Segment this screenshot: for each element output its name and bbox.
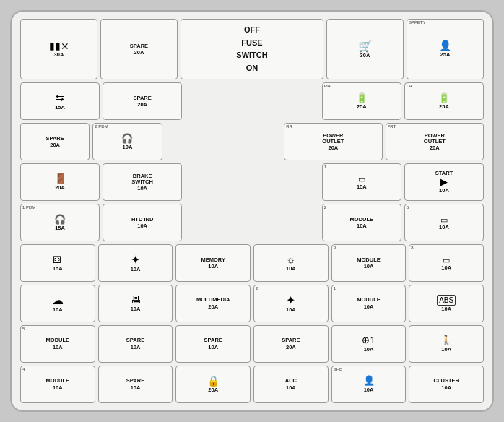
fuse-multimedia-20a: MULTIMEDIA 20A [175, 285, 251, 322]
fuse-switch-off: OFF [244, 24, 260, 37]
fuse-door-20a: 🚪 20A [20, 163, 100, 201]
monitor-icon: 🖶 [131, 295, 141, 306]
fuse-memory-10a: MEMORY 10A [175, 244, 251, 282]
box1-icon: ▭ [358, 175, 365, 184]
fuse-at1-10a: ⊕1 10A [331, 325, 407, 363]
fuse-spare-10a-2: SPARE 10A [175, 325, 251, 363]
fuse-module4-10a: 4 MODULE 10A [20, 366, 95, 403]
pdm2-icon: 🎧 [121, 134, 133, 144]
box3-icon: ▭ [443, 256, 450, 264]
fuse-start-10a: START ▶ 10A [404, 163, 484, 201]
person-icon: 🚶 [440, 335, 452, 345]
fuse-panel: ▮▮⨯ 30A SPARE 20A OFF FUSESWITCH ON 🛒 30… [10, 10, 494, 412]
fuse-row-5: 1 PDM 🎧 15A HTD IND 10A 2 MODULE 10A 5 ▭… [20, 204, 484, 241]
fuse-fan-10a: ✦ 10A [98, 244, 173, 282]
fuse-cluster-10a: CLUSTER 10A [409, 366, 484, 403]
fuse-htd-ind-10a: HTD IND 10A [103, 204, 182, 241]
fuse-lh-25a: LH 🔋 25A [404, 82, 484, 120]
fuse-fan2-10a: 2 ✦ 10A [253, 285, 329, 322]
fuse-row-9: 4 MODULE 10A SPARE 15A 🔒 20A ACC 10A SHD… [20, 366, 484, 403]
fuse-sun-10a: ☁ 10A [20, 285, 95, 322]
fuse-switch-box: OFF FUSESWITCH ON [181, 19, 323, 79]
wiper-icon: ⛋ [53, 254, 63, 265]
fuse-rh-25a: RH 🔋 25A [322, 82, 401, 120]
fuse-box1-15a: 1 ▭ 15A [322, 163, 401, 201]
fuse-pdm1-15a: 1 PDM 🎧 15A [20, 204, 100, 241]
fuse-module2-10a: 2 MODULE 10A [322, 204, 401, 241]
abs-icon: ABS [437, 295, 456, 306]
fuse-power-outlet-frt-20a: FRT POWEROUTLET 20A [386, 123, 484, 160]
fuse-row-8: 5 MODULE 10A SPARE 10A SPARE 10A SPARE 2… [20, 325, 484, 363]
fuse-spare-15a: SPARE 15A [98, 366, 173, 403]
fuse-row-3: SPARE 20A 2 PDM 🎧 10A RR POWEROUTLET 20A… [20, 123, 484, 160]
fuse-power-outlet-rr-20a: RR POWEROUTLET 20A [284, 123, 382, 160]
fuse-module3-10a: 3 MODULE 10A [331, 244, 407, 282]
battery-rh-icon: 🔋 [356, 93, 368, 103]
fuse-row-1: ▮▮⨯ 30A SPARE 20A OFF FUSESWITCH ON 🛒 30… [20, 19, 484, 79]
fuse-acc-10a: ACC 10A [253, 366, 329, 403]
fuse-brake-switch-10a: BRAKESWITCH 10A [103, 163, 182, 201]
fuse-cart-30a: 🛒 30A [326, 19, 404, 79]
fuse-person2-10a: SHD 👤 10A [331, 366, 407, 403]
fuse-spare-10a-1: SPARE 10A [98, 325, 173, 363]
person2-icon: 👤 [363, 376, 375, 386]
fuse-person-10a: 🚶 10A [409, 325, 484, 363]
fuse-seat-heat-30a: ▮▮⨯ 30A [20, 19, 97, 79]
fuse-spare-20a-2: SPARE 20A [103, 82, 182, 120]
fuse-box2-10a: 5 ▭ 10A [404, 204, 484, 241]
fuse-arrows-15a: ⇆ 15A [20, 82, 100, 120]
at1-icon: ⊕1 [362, 335, 375, 345]
fuse-box3-10a: 8 ▭ 10A [409, 244, 484, 282]
seat-heat-icon: ▮▮⨯ [49, 40, 69, 51]
fuse-abs-10a: ABS 10A [409, 285, 484, 322]
fuse-row-6: ⛋ 15A ✦ 10A MEMORY 10A ☼ 10A 3 MODULE 10… [20, 244, 484, 282]
pdm1-icon: 🎧 [54, 215, 66, 225]
box2-icon: ▭ [440, 215, 448, 224]
light-icon: ☼ [286, 254, 295, 265]
battery-lh-icon: 🔋 [438, 93, 450, 103]
fuse-spare-20a-1: SPARE 20A [100, 19, 178, 79]
fan2-icon: ✦ [286, 294, 295, 307]
start-icon: ▶ [440, 177, 448, 187]
fuse-module1-10a: 1 MODULE 10A [331, 285, 407, 322]
fan-icon: ✦ [131, 254, 140, 267]
fuse-switch-label: FUSESWITCH [236, 37, 267, 62]
fuse-key-20a: 🔒 20A [175, 366, 251, 403]
fuse-monitor-10a: 🖶 10A [98, 285, 173, 322]
fuse-safety-25a: SAFETY 👤 25A [407, 19, 484, 79]
key-icon: 🔒 [207, 376, 220, 387]
safety-icon: 👤 [439, 40, 451, 51]
fuse-pdm2-10a: 2 PDM 🎧 10A [92, 123, 162, 160]
fuse-row-2: ⇆ 15A SPARE 20A RH 🔋 25A LH 🔋 25A [20, 82, 484, 120]
fuse-row-4: 🚪 20A BRAKESWITCH 10A 1 ▭ 15A START ▶ 10… [20, 163, 484, 201]
cart-icon: 🛒 [358, 40, 373, 53]
sun-icon: ☁ [52, 294, 64, 307]
fuse-spare-20a-3: SPARE 20A [20, 123, 90, 160]
fuse-row-7: ☁ 10A 🖶 10A MULTIMEDIA 20A 2 ✦ 10A 1 MOD… [20, 285, 484, 322]
fuse-light-10a: ☼ 10A [253, 244, 329, 282]
arrows-icon: ⇆ [56, 92, 64, 103]
fuse-module5-10a: 5 MODULE 10A [20, 325, 95, 363]
door-icon: 🚪 [54, 173, 66, 184]
fuse-wiper-15a: ⛋ 15A [20, 244, 95, 282]
fuse-switch-on: ON [246, 62, 258, 75]
fuse-spare-20a-4: SPARE 20A [253, 325, 329, 363]
